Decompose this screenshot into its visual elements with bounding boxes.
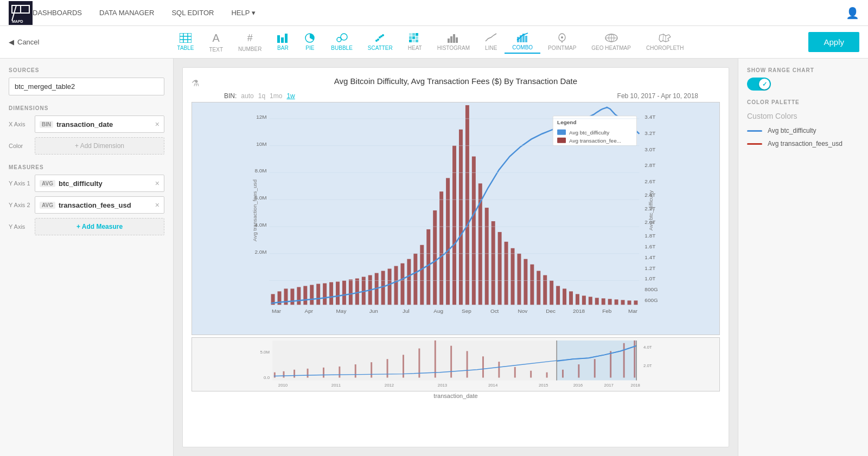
chart-type-bar-label: BAR — [277, 45, 289, 51]
svg-text:10M: 10M — [256, 141, 266, 147]
svg-text:4.0T: 4.0T — [643, 345, 652, 350]
svg-rect-124 — [608, 299, 612, 305]
chart-type-heat[interactable]: HEAT — [400, 31, 430, 53]
svg-rect-172 — [482, 356, 484, 377]
bubble-icon — [336, 33, 348, 43]
svg-rect-76 — [297, 287, 301, 305]
bin-controls: BIN: auto 1q 1mo 1w — [224, 92, 295, 100]
nav-help[interactable]: HELP ▾ — [231, 9, 255, 17]
svg-point-40 — [561, 36, 563, 38]
add-dimension-button[interactable]: + Add Dimension — [35, 137, 164, 155]
y-axis1-row: Y Axis 1 AVG btc_difficulty × — [9, 175, 164, 192]
nav-dashboards[interactable]: DASHBOARDS — [33, 9, 82, 17]
chart-type-bubble[interactable]: BUBBLE — [323, 31, 360, 53]
svg-rect-22 — [409, 33, 412, 36]
svg-rect-122 — [595, 298, 599, 305]
svg-rect-100 — [452, 146, 456, 305]
x-axis-remove-button[interactable]: × — [155, 120, 159, 129]
svg-text:Jul: Jul — [403, 308, 410, 314]
sources-label: SOURCES — [9, 67, 164, 73]
color-swatch-blue[interactable] — [747, 130, 762, 132]
chart-type-table[interactable]: TABLE — [170, 31, 202, 53]
y-axis1-field: btc_difficulty — [59, 179, 152, 188]
svg-rect-12 — [281, 37, 284, 43]
svg-rect-91 — [394, 266, 398, 305]
chart-type-combo[interactable]: COMBO — [505, 30, 540, 54]
svg-rect-115 — [550, 280, 553, 305]
chart-type-scatter[interactable]: SCATTER — [360, 31, 400, 53]
svg-text:Aug: Aug — [433, 308, 443, 314]
cancel-button[interactable]: ◀ Cancel — [9, 38, 39, 46]
svg-text:800G: 800G — [644, 286, 658, 292]
x-axis-value-box[interactable]: BIN transaction_date × — [35, 115, 164, 133]
nav-right: 👤 — [846, 7, 859, 20]
svg-text:2014: 2014 — [488, 383, 498, 388]
add-measure-button[interactable]: + Add Measure — [35, 218, 164, 235]
chart-type-number-label: NUMBER — [238, 46, 261, 52]
chart-type-histogram[interactable]: HISTOGRAM — [430, 31, 477, 53]
chart-type-heat-label: HEAT — [408, 45, 422, 51]
svg-point-21 — [380, 35, 382, 37]
svg-rect-27 — [416, 36, 418, 39]
svg-rect-171 — [467, 351, 468, 378]
svg-rect-31 — [448, 38, 450, 43]
nav-data-manager[interactable]: DATA MANAGER — [99, 9, 154, 17]
svg-text:May: May — [336, 308, 347, 314]
svg-rect-173 — [498, 362, 500, 377]
svg-text:3.4T: 3.4T — [644, 114, 655, 120]
chart-type-text[interactable]: A TEXT — [201, 30, 231, 55]
y-axis2-value-box[interactable]: AVG transaction_fees_usd × — [35, 196, 164, 214]
svg-rect-107 — [498, 232, 502, 305]
svg-rect-166 — [387, 359, 388, 377]
chart-type-geo-heatmap[interactable]: GEO HEATMAP — [584, 31, 639, 53]
x-axis-label: X Axis — [9, 121, 35, 127]
nav-sql-editor[interactable]: SQL EDITOR — [171, 9, 214, 17]
svg-rect-164 — [355, 364, 356, 378]
chart-type-table-label: TABLE — [177, 45, 194, 51]
svg-text:Jun: Jun — [369, 308, 378, 314]
svg-text:2017: 2017 — [604, 383, 614, 388]
chart-type-bar[interactable]: BAR — [269, 31, 296, 53]
toggle-container: ✓ — [747, 78, 859, 91]
x-axis-field: transaction_date — [56, 120, 152, 129]
bin-1mo[interactable]: 1mo — [270, 92, 282, 100]
combo-icon — [516, 33, 528, 42]
chart-type-choropleth[interactable]: CHOROPLETH — [639, 31, 691, 53]
svg-text:2010: 2010 — [278, 383, 288, 388]
svg-text:Apr: Apr — [305, 308, 314, 314]
chart-type-pointmap[interactable]: POINTMAP — [540, 31, 584, 53]
chart-type-number[interactable]: # NUMBER — [231, 30, 269, 54]
apply-button[interactable]: Apply — [808, 32, 859, 52]
color-swatch-red[interactable] — [747, 143, 762, 145]
toggle-knob: ✓ — [759, 79, 770, 89]
chart-title: Avg Bitcoin Difficulty, Avg Transaction … — [334, 76, 577, 86]
svg-rect-32 — [450, 36, 452, 43]
svg-rect-179 — [594, 359, 596, 377]
user-icon[interactable]: 👤 — [846, 7, 859, 19]
measures-label: MEASURES — [9, 164, 164, 170]
svg-text:2.8T: 2.8T — [644, 162, 655, 168]
chart-type-pie[interactable]: PIE — [296, 31, 323, 53]
bin-1q[interactable]: 1q — [258, 92, 265, 100]
y-axis2-remove-button[interactable]: × — [155, 201, 159, 209]
svg-rect-108 — [505, 242, 508, 305]
y-axis1-value-box[interactable]: AVG btc_difficulty × — [35, 175, 164, 192]
bin-1w[interactable]: 1w — [286, 92, 295, 100]
source-input[interactable] — [9, 78, 164, 95]
filter-icon[interactable]: ⚗ — [192, 78, 199, 88]
color-item-2-label: Avg transaction_fees_usd — [768, 140, 843, 147]
chart-type-line[interactable]: LINE — [477, 31, 505, 53]
color-axis-row: Color + Add Dimension — [9, 137, 164, 155]
pointmap-icon — [556, 33, 568, 43]
svg-rect-75 — [290, 288, 294, 305]
add-measure-row: Y Axis + Add Measure — [9, 218, 164, 235]
svg-rect-79 — [316, 284, 320, 305]
svg-rect-131 — [557, 130, 566, 135]
svg-rect-30 — [416, 40, 418, 42]
svg-rect-93 — [407, 259, 411, 305]
range-chart-toggle[interactable]: ✓ — [747, 78, 771, 91]
bin-auto[interactable]: auto — [241, 92, 253, 100]
y-axis1-remove-button[interactable]: × — [155, 179, 159, 188]
svg-text:2018: 2018 — [573, 308, 585, 314]
svg-rect-120 — [582, 296, 586, 305]
